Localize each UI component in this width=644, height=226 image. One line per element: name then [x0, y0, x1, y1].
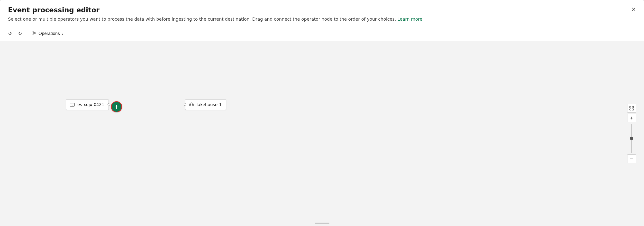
zoom-slider-thumb[interactable] — [630, 137, 633, 140]
canvas-area: es-xujx-0421 + lakehouse-1 — [0, 41, 644, 226]
dialog-title: Event processing editor — [8, 6, 636, 14]
source-node-label: es-xujx-0421 — [77, 102, 104, 107]
dest-node-label: lakehouse-1 — [196, 102, 222, 107]
zoom-out-button[interactable]: − — [627, 154, 636, 163]
source-node-icon — [70, 102, 75, 107]
zoom-in-button[interactable]: + — [627, 113, 636, 122]
add-operation-button[interactable]: + — [111, 101, 122, 113]
zoom-controls: + − — [627, 104, 636, 163]
svg-line-3 — [34, 33, 36, 34]
source-node[interactable]: es-xujx-0421 — [66, 99, 109, 110]
dest-node[interactable]: lakehouse-1 — [185, 99, 226, 110]
svg-point-0 — [33, 31, 34, 32]
dest-node-icon — [189, 102, 194, 107]
event-processing-dialog: Event processing editor Select one or mu… — [0, 0, 644, 226]
connection-svg — [0, 41, 644, 226]
toolbar-divider — [27, 31, 27, 36]
dest-connector-left — [184, 104, 186, 106]
source-connector-right — [108, 104, 110, 106]
svg-rect-8 — [630, 106, 631, 108]
operations-chevron: ∨ — [61, 32, 64, 35]
zoom-fit-button[interactable] — [627, 104, 636, 113]
svg-line-2 — [34, 32, 36, 33]
close-button[interactable]: ✕ — [629, 5, 638, 14]
svg-rect-11 — [632, 109, 634, 110]
dialog-subtitle: Select one or multiple operators you wan… — [8, 16, 636, 22]
toolbar: ↺ ↻ Operations ∨ — [0, 26, 644, 41]
zoom-slider-track — [631, 124, 632, 153]
svg-point-1 — [33, 34, 34, 35]
bottom-drag-handle[interactable] — [315, 223, 330, 224]
redo-button[interactable]: ↻ — [16, 29, 24, 38]
operations-button[interactable]: Operations ∨ — [30, 29, 66, 38]
svg-rect-9 — [632, 106, 634, 108]
svg-rect-10 — [630, 109, 631, 110]
operations-icon — [32, 31, 37, 36]
zoom-slider[interactable] — [631, 123, 632, 154]
undo-button[interactable]: ↺ — [6, 29, 14, 38]
operations-label: Operations — [38, 31, 60, 36]
learn-more-link[interactable]: Learn more — [397, 16, 422, 22]
dialog-header: Event processing editor Select one or mu… — [0, 0, 644, 26]
